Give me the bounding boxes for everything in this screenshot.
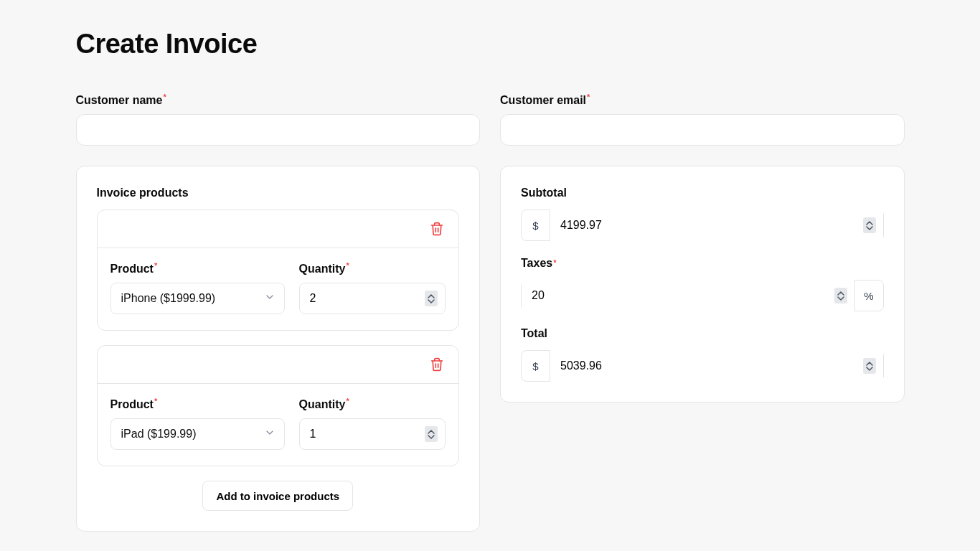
stepper-icon[interactable] xyxy=(834,288,847,303)
required-star-icon: * xyxy=(553,258,556,267)
required-star-icon: * xyxy=(587,93,590,101)
stepper-icon xyxy=(863,358,876,374)
customer-email-input[interactable] xyxy=(500,114,905,146)
currency-symbol: $ xyxy=(522,210,550,240)
subtotal-input xyxy=(560,219,854,232)
trash-icon xyxy=(430,357,444,372)
stepper-icon[interactable] xyxy=(425,291,438,306)
chevron-down-icon xyxy=(264,291,275,306)
chevron-down-icon xyxy=(264,427,275,441)
taxes-input[interactable] xyxy=(532,289,826,302)
subtotal-field: $ xyxy=(521,209,884,241)
product-select[interactable]: iPhone ($1999.99) xyxy=(110,283,285,314)
quantity-stepper[interactable] xyxy=(299,283,446,314)
currency-symbol: $ xyxy=(522,351,550,381)
customer-email-label: Customer email* xyxy=(500,94,905,107)
product-select[interactable]: iPad ($199.99) xyxy=(110,418,285,450)
total-label: Total xyxy=(521,327,884,340)
product-label: Product* xyxy=(110,398,285,411)
invoice-products-heading: Invoice products xyxy=(97,187,460,199)
required-star-icon: * xyxy=(346,397,349,410)
customer-name-label: Customer name* xyxy=(76,94,481,107)
required-star-icon: * xyxy=(346,261,349,274)
quantity-input[interactable] xyxy=(310,292,416,305)
product-select-value: iPad ($199.99) xyxy=(121,428,197,441)
page-title: Create Invoice xyxy=(76,29,905,60)
product-label: Product* xyxy=(110,263,285,276)
stepper-icon xyxy=(863,217,876,233)
subtotal-label: Subtotal xyxy=(521,187,884,199)
required-star-icon: * xyxy=(154,261,157,274)
quantity-label: Quantity* xyxy=(299,263,446,276)
product-select-value: iPhone ($1999.99) xyxy=(121,292,216,305)
quantity-stepper[interactable] xyxy=(299,418,446,450)
delete-product-button[interactable] xyxy=(428,220,446,237)
required-star-icon: * xyxy=(163,93,166,101)
stepper-icon[interactable] xyxy=(425,426,438,442)
add-product-button[interactable]: Add to invoice products xyxy=(202,481,353,511)
customer-name-input[interactable] xyxy=(76,114,481,146)
taxes-label: Taxes* xyxy=(521,257,884,270)
required-star-icon: * xyxy=(154,397,157,410)
invoice-product-item: Product* iPad ($199.99) Quant xyxy=(97,345,460,466)
total-input xyxy=(560,359,854,372)
quantity-input[interactable] xyxy=(310,428,416,441)
total-field: $ xyxy=(521,350,884,382)
delete-product-button[interactable] xyxy=(428,356,446,373)
quantity-label: Quantity* xyxy=(299,398,446,411)
trash-icon xyxy=(430,222,444,236)
invoice-product-item: Product* iPhone ($1999.99) Qu xyxy=(97,209,460,331)
percent-symbol: % xyxy=(854,281,883,311)
taxes-field[interactable]: % xyxy=(521,280,884,311)
summary-card: Subtotal $ Taxes* xyxy=(500,166,905,402)
invoice-products-card: Invoice products Product* xyxy=(76,166,481,532)
